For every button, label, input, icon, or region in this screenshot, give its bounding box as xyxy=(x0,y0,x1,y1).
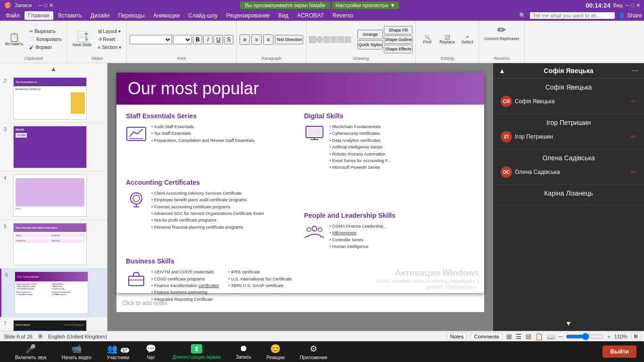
fit-slide-button[interactable]: ⊞ xyxy=(631,332,640,340)
people-section: People and Leadership Skills xyxy=(304,212,475,250)
underline-button[interactable]: U xyxy=(214,35,223,44)
menu-slideshow[interactable]: Слайд-шоу xyxy=(184,11,221,20)
menu-design[interactable]: Дизайн xyxy=(87,11,113,20)
participant-item-3: ОС Олена Садівська ✏ xyxy=(501,165,636,180)
slide-thumb-5[interactable]: 5 You choose the place and pace Online C… xyxy=(0,220,107,269)
comments-button[interactable]: Comments xyxy=(471,333,502,340)
zoom-out-icon[interactable]: ─ xyxy=(559,334,562,339)
window-mode-icons[interactable]: ─□✕ xyxy=(626,2,640,8)
menu-right: 🔍 👤 Share xyxy=(519,12,642,19)
notes-button[interactable]: Notes xyxy=(447,333,467,340)
format-painter-button[interactable]: 🖌 Формат xyxy=(27,44,64,51)
search-input[interactable] xyxy=(530,12,615,19)
format-icon: 🖌 xyxy=(29,45,34,50)
zoom-in-icon[interactable]: + xyxy=(607,334,610,339)
panel-collapse-down-button[interactable]: ▼ xyxy=(565,320,572,327)
close-icon[interactable]: ✕ xyxy=(49,2,53,8)
menu-file[interactable]: Файл xyxy=(2,11,24,20)
section-button[interactable]: ≡ Section ▾ xyxy=(96,44,124,51)
scroll-up-arrow[interactable]: ▲ xyxy=(0,63,107,74)
digital-title: Digital Skills xyxy=(304,112,475,120)
view-slide-sorter-icon[interactable]: ⊟ xyxy=(526,333,531,340)
accounting-title: Accounting Certificates xyxy=(126,179,297,186)
menu-acrobat[interactable]: ACROBAT xyxy=(293,11,328,20)
share-button[interactable]: 👤 Share xyxy=(619,12,642,19)
view-reading-icon[interactable]: 📖 xyxy=(547,333,555,340)
shape-more[interactable] xyxy=(345,36,351,43)
taskbar-share[interactable]: ⬆ Демонстрация экрана xyxy=(165,344,228,360)
menu-reverso[interactable]: Reverso xyxy=(329,11,357,20)
slide-thumb-3[interactable]: 3 596,000 172,000 xyxy=(0,123,107,172)
shape-outline-button[interactable]: Shape Outline xyxy=(384,35,413,44)
reset-button[interactable]: ↺ Reset xyxy=(96,36,124,43)
slide-thumb-7[interactable]: 7 Data Analytics Artificial Intelligence xyxy=(0,317,107,331)
font-family-select[interactable] xyxy=(130,35,172,44)
strikethrough-button[interactable]: S xyxy=(224,35,233,44)
font-size-select[interactable] xyxy=(173,35,192,44)
taskbar-chat[interactable]: 💬 Чат xyxy=(137,344,165,360)
zoom-level: 110% xyxy=(614,334,627,339)
menu-home[interactable]: Главная xyxy=(25,11,54,20)
timer: 00:14:24 xyxy=(586,2,611,9)
find-button[interactable]: 🔍 Find xyxy=(419,33,436,46)
shape-ellipse[interactable] xyxy=(316,36,323,43)
shape-rect[interactable] xyxy=(309,36,316,43)
participant-group-1: Софія Явецька СЯ Софія Явецька ✏ xyxy=(493,79,644,114)
maximize-icon[interactable]: □ xyxy=(44,2,47,8)
rephraser-button[interactable]: ✏ Correct Rephraser xyxy=(482,23,521,42)
taskbar-reactions[interactable]: 😊 Реакции xyxy=(259,344,292,360)
bold-button[interactable]: B xyxy=(193,35,202,44)
title-bar: 🎯 Записи ─ □ ✕ Вы просматриваете экран N… xyxy=(0,0,644,10)
arrange-button[interactable]: Arrange xyxy=(357,30,383,39)
menu-review[interactable]: Рецензирование xyxy=(222,11,273,20)
menu-view[interactable]: Вид xyxy=(274,11,292,20)
slide-thumb-2[interactable]: 2 The Association of... Membership Certi… xyxy=(0,74,107,123)
new-slide-button[interactable]: 📑 New Slide xyxy=(70,31,94,49)
right-panel-title: Софія Явецька xyxy=(505,67,632,74)
shape-triangle[interactable] xyxy=(323,36,330,43)
menu-animations[interactable]: Анимации xyxy=(149,11,184,20)
taskbar-exit-button[interactable]: Выйти xyxy=(603,346,636,358)
participant-avatar-1: СЯ xyxy=(501,96,512,107)
view-outline-icon[interactable]: ☰ xyxy=(516,333,522,340)
replace-button[interactable]: 🔄 Replace xyxy=(437,33,457,46)
minimize-icon[interactable]: ─ xyxy=(39,2,42,8)
panel-more-button[interactable]: ⋯ xyxy=(632,67,638,74)
shape-fill-button[interactable]: Shape Fill xyxy=(384,26,413,34)
taskbar-camera[interactable]: 📹 Начать видео xyxy=(54,344,99,360)
view-normal-icon[interactable]: ⊞ xyxy=(506,333,512,340)
view-notes-icon[interactable]: 📋 xyxy=(535,333,543,340)
paste-button[interactable]: 📋 Вставить xyxy=(3,32,25,48)
microphone-label: Включить звук xyxy=(15,355,47,360)
panel-collapse-up-button[interactable]: ▲ xyxy=(499,67,505,74)
align-left-button[interactable]: ≡ xyxy=(239,34,250,45)
layout-button[interactable]: ⊞ Layout ▾ xyxy=(96,28,124,35)
record-label: Запись xyxy=(236,354,251,360)
align-right-button[interactable]: ≡ xyxy=(263,34,273,45)
business-content: CEIVTM and CVFI® credentials COSO certif… xyxy=(126,269,475,303)
cut-button[interactable]: ✂ Вырезать xyxy=(27,28,64,35)
main-area: ▲ 2 The Association of... Membership Cer… xyxy=(0,63,644,331)
menu-insert[interactable]: Вставить xyxy=(54,11,86,20)
italic-button[interactable]: I xyxy=(203,35,213,44)
taskbar-apps[interactable]: ⚙ Приложения xyxy=(292,344,335,360)
select-button[interactable]: ↗ Select xyxy=(459,33,476,46)
slide-canvas[interactable]: Our most popular Staff Essentials Series xyxy=(116,73,484,293)
taskbar-participants[interactable]: 👥 57 Участники xyxy=(99,344,137,360)
align-center-button[interactable]: ≡ xyxy=(251,34,262,45)
shape-line[interactable] xyxy=(330,36,337,43)
text-direction-button[interactable]: Text Direction xyxy=(275,35,303,44)
taskbar-microphone[interactable]: 🎤 Включить звук xyxy=(8,344,54,360)
shape-effects-button[interactable]: Shape Effects xyxy=(384,45,413,53)
ribbon-drawing: Arrange Quick Styles Shape Fill Shape Ou… xyxy=(306,21,416,63)
slide-thumb-6[interactable]: 6 Our most popular Staff Essentials Seri… xyxy=(0,269,107,317)
preview-settings-button[interactable]: Настройки просмотра ▼ xyxy=(332,1,399,9)
zoom-slider[interactable] xyxy=(566,333,603,340)
copy-button[interactable]: 📄 Копировать xyxy=(27,36,64,43)
shape-arrow[interactable] xyxy=(338,36,344,43)
quick-styles-button[interactable]: Quick Styles xyxy=(357,40,383,49)
slide-thumb-4[interactable]: 4 World xyxy=(0,172,107,220)
menu-transitions[interactable]: Переходы xyxy=(114,11,148,20)
business-cols: CEIVTM and CVFI® credentials COSO certif… xyxy=(151,269,292,303)
taskbar-record[interactable]: ⏺ Запись xyxy=(228,344,259,360)
